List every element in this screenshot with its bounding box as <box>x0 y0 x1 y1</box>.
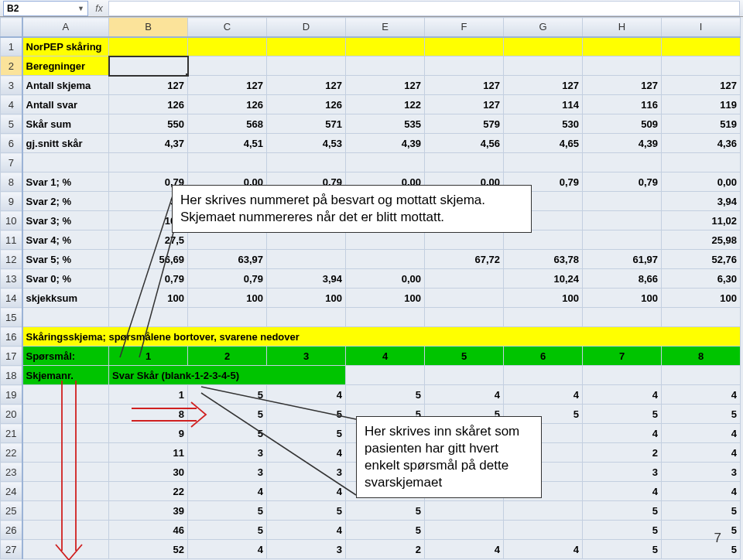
cell[interactable]: 127 <box>583 76 662 95</box>
cell[interactable] <box>346 153 425 172</box>
cell[interactable]: 4 <box>662 482 741 501</box>
cell[interactable]: 39 <box>109 501 188 521</box>
cell[interactable]: 4 <box>425 540 504 559</box>
cell[interactable] <box>346 366 425 385</box>
cell[interactable]: 63,97 <box>188 250 267 269</box>
row-header-19[interactable]: 19 <box>1 385 22 405</box>
cell[interactable]: 4,51 <box>188 134 267 153</box>
cell[interactable]: 509 <box>583 114 662 134</box>
cell[interactable]: 0,79 <box>109 269 188 289</box>
cell[interactable] <box>425 269 504 289</box>
cell[interactable] <box>188 56 267 76</box>
cell[interactable]: 4 <box>267 482 346 501</box>
cell[interactable]: 127 <box>346 76 425 95</box>
row-header-25[interactable]: 25 <box>1 501 22 521</box>
row-header-3[interactable]: 3 <box>1 76 22 95</box>
cell[interactable]: 5 <box>267 405 346 424</box>
cell[interactable]: 3 <box>188 443 267 463</box>
cell[interactable]: 127 <box>425 76 504 95</box>
cell[interactable]: 52,76 <box>662 250 741 269</box>
cell[interactable]: 100 <box>504 289 583 308</box>
cell[interactable]: 27,5 <box>109 230 188 250</box>
cell[interactable]: 100 <box>267 289 346 308</box>
cell[interactable]: 10,24 <box>504 269 583 289</box>
cell[interactable]: 127 <box>425 95 504 114</box>
cell[interactable]: 4 <box>662 385 741 405</box>
row-header-17[interactable]: 17 <box>1 347 22 366</box>
cell[interactable]: 5 <box>583 540 662 559</box>
cell[interactable] <box>504 153 583 172</box>
cell[interactable]: Svar 3; % <box>22 211 109 230</box>
cell[interactable] <box>346 308 425 327</box>
cell[interactable] <box>109 56 188 76</box>
cell[interactable] <box>22 308 109 327</box>
cell[interactable]: 2 <box>346 540 425 559</box>
cell[interactable]: 9 <box>109 424 188 443</box>
cell[interactable]: Antall svar <box>22 95 109 114</box>
cell[interactable]: 5 <box>662 501 741 521</box>
cell[interactable]: 4,36 <box>662 134 741 153</box>
cell[interactable]: 4 <box>267 385 346 405</box>
cell[interactable]: 4 <box>583 424 662 443</box>
cell[interactable]: 114 <box>504 95 583 114</box>
row-header-22[interactable]: 22 <box>1 443 22 463</box>
cell[interactable] <box>425 521 504 540</box>
cell[interactable]: 126 <box>188 95 267 114</box>
cell[interactable]: 4 <box>267 521 346 540</box>
cell[interactable]: 56,69 <box>109 250 188 269</box>
cell[interactable] <box>188 153 267 172</box>
cell[interactable]: 52 <box>109 540 188 559</box>
cell[interactable]: gj.snitt skår <box>22 134 109 153</box>
cell[interactable] <box>504 521 583 540</box>
row-header-13[interactable]: 13 <box>1 269 22 289</box>
cell[interactable]: 5 <box>425 347 504 366</box>
cell[interactable]: 4 <box>583 482 662 501</box>
cell[interactable]: 4 <box>188 540 267 559</box>
cell[interactable] <box>267 250 346 269</box>
cell[interactable]: 4 <box>583 385 662 405</box>
cell[interactable]: Beregninger <box>22 56 109 76</box>
cell[interactable]: 25,98 <box>662 230 741 250</box>
cell[interactable]: NorPEP skåring <box>22 37 109 56</box>
cell[interactable]: 127 <box>109 76 188 95</box>
cell[interactable] <box>583 230 662 250</box>
cell[interactable] <box>109 308 188 327</box>
cell[interactable]: 127 <box>188 76 267 95</box>
cell[interactable]: 5 <box>583 501 662 521</box>
cell[interactable]: 119 <box>662 95 741 114</box>
cell[interactable] <box>267 230 346 250</box>
cell[interactable] <box>346 250 425 269</box>
cell[interactable]: 3 <box>267 463 346 482</box>
cell[interactable]: 5 <box>188 385 267 405</box>
cell[interactable] <box>425 501 504 521</box>
cell[interactable]: 4,65 <box>504 134 583 153</box>
cell[interactable] <box>425 37 504 56</box>
col-header-D[interactable]: D <box>267 18 346 37</box>
cell[interactable] <box>583 366 662 385</box>
row-header-12[interactable]: 12 <box>1 250 22 269</box>
row-header-6[interactable]: 6 <box>1 134 22 153</box>
cell[interactable]: 571 <box>267 114 346 134</box>
cell[interactable] <box>267 308 346 327</box>
row-header-11[interactable]: 11 <box>1 230 22 250</box>
row-header-15[interactable]: 15 <box>1 308 22 327</box>
row-header-10[interactable]: 10 <box>1 211 22 230</box>
cell[interactable]: 4 <box>504 385 583 405</box>
cell[interactable]: Skåringsskjema; spørsmålene bortover, sv… <box>22 327 741 347</box>
row-header-24[interactable]: 24 <box>1 482 22 501</box>
cell[interactable]: 11,02 <box>662 211 741 230</box>
cell[interactable] <box>425 56 504 76</box>
cell[interactable] <box>109 153 188 172</box>
cell[interactable] <box>583 308 662 327</box>
cell[interactable]: 0,00 <box>346 269 425 289</box>
row-header-16[interactable]: 16 <box>1 327 22 347</box>
cell[interactable] <box>346 230 425 250</box>
cell[interactable]: 4,39 <box>583 134 662 153</box>
cell[interactable]: 4 <box>267 443 346 463</box>
cell[interactable] <box>22 521 109 540</box>
row-header-18[interactable]: 18 <box>1 366 22 385</box>
cell[interactable] <box>425 308 504 327</box>
cell[interactable] <box>22 153 109 172</box>
cell[interactable]: 7 <box>583 347 662 366</box>
row-header-7[interactable]: 7 <box>1 153 22 172</box>
